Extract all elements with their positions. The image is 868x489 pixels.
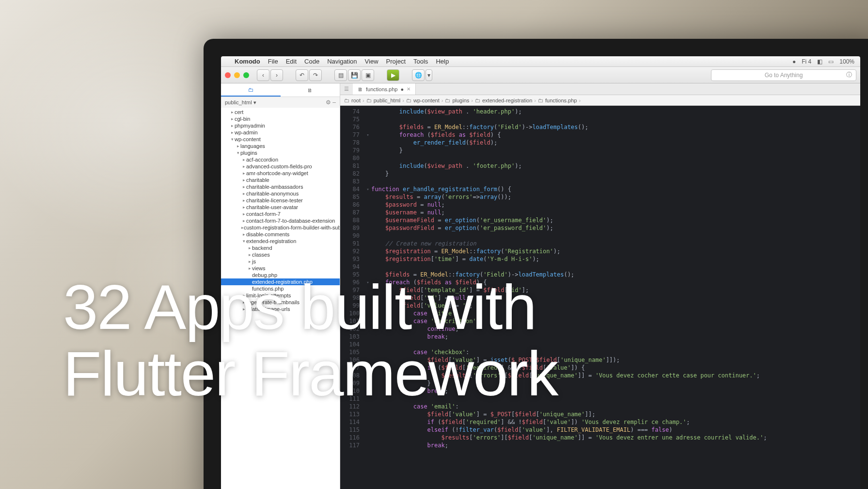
tree-arrow-icon[interactable]: ▸ (241, 164, 246, 169)
tree-item[interactable]: ▸wp-admin (221, 129, 340, 136)
tree-arrow-icon[interactable]: ▸ (236, 144, 240, 148)
fold-icon[interactable]: ▾ (364, 131, 371, 139)
code-line[interactable]: 87 $username = null; (340, 209, 860, 216)
menu-project[interactable]: Project (386, 58, 406, 65)
code-line[interactable]: 81 include($view_path . 'footer.php'); (340, 162, 860, 170)
tree-arrow-icon[interactable]: ▸ (241, 232, 246, 237)
app-name[interactable]: Komodo (235, 58, 260, 65)
tree-arrow-icon[interactable]: ▸ (241, 178, 246, 182)
code-line[interactable]: 82 } (340, 170, 860, 178)
tree-arrow-icon[interactable]: ▸ (241, 157, 246, 162)
menu-navigation[interactable]: Navigation (327, 58, 357, 65)
tree-item[interactable]: ▾wp-content (221, 136, 340, 143)
menu-edit[interactable]: Edit (286, 58, 297, 65)
sidebar-root-header[interactable]: public_html ▾ ⚙ – (221, 97, 340, 108)
collapse-icon[interactable]: – (332, 99, 336, 106)
code-line[interactable]: 86 $password = null; (340, 201, 860, 209)
code-line[interactable]: 89 $passwordField = er_option('er_passwo… (340, 224, 860, 232)
menu-view[interactable]: View (365, 58, 379, 65)
close-window-button[interactable] (225, 72, 231, 78)
tree-item[interactable]: ▸languages (221, 143, 340, 149)
info-icon[interactable]: ⓘ (846, 71, 852, 79)
tree-item[interactable]: ▸cert (221, 109, 340, 115)
code-line[interactable]: 77▾ foreach ($fields as $field) { (340, 131, 860, 139)
tree-item[interactable]: ▸views (221, 265, 340, 272)
save-button[interactable]: 💾 (348, 69, 361, 81)
tree-arrow-icon[interactable]: ▸ (241, 205, 246, 210)
minimize-window-button[interactable] (234, 72, 240, 78)
tree-item[interactable]: ▾plugins (221, 149, 340, 156)
code-line[interactable]: 75 (340, 115, 860, 123)
tree-arrow-icon[interactable]: ▸ (241, 171, 246, 176)
tree-item[interactable]: ▸custom-registration-form-builder-with-s… (221, 224, 340, 231)
code-line[interactable]: 78 er_render_field($field); (340, 139, 860, 147)
tree-item[interactable]: ▸phpmyadmin (221, 122, 340, 129)
browser-preview-button[interactable]: 🌐 (412, 69, 425, 81)
nav-forward-button[interactable]: › (270, 69, 283, 81)
tree-arrow-icon[interactable]: ▾ (241, 239, 246, 244)
tree-arrow-icon[interactable]: ▸ (247, 252, 252, 257)
code-line[interactable]: 113 $field['value'] = $_POST[$field['uni… (340, 410, 860, 418)
display-icon[interactable]: ◧ (817, 58, 822, 65)
code-line[interactable]: 115 elseif (!filter_var($field['value'],… (340, 426, 860, 434)
sidebar-tab-open[interactable]: 🗎 (281, 83, 340, 97)
code-line[interactable]: 74 include($view_path . 'header.php'); (340, 108, 860, 115)
new-file-button[interactable]: ▤ (334, 69, 347, 81)
tree-arrow-icon[interactable]: ▾ (236, 150, 240, 155)
breadcrumb-segment[interactable]: 🗀 extended-registration › (475, 98, 536, 103)
redo-button[interactable]: ↷ (309, 69, 322, 81)
breadcrumb-segment[interactable]: 🗀 wp-content › (406, 98, 443, 103)
tree-arrow-icon[interactable]: ▸ (241, 191, 246, 196)
fold-icon[interactable]: ▾ (364, 185, 371, 193)
breadcrumb-segment[interactable]: 🗀 functions.php › (538, 98, 581, 103)
tree-arrow-icon[interactable]: ▸ (247, 259, 252, 264)
tab-list-icon[interactable]: ☰ (340, 86, 353, 92)
code-line[interactable]: 93 $registration['time'] = date('Y-m-d H… (340, 255, 860, 263)
run-button[interactable]: ▶ (387, 69, 399, 81)
menu-tools[interactable]: Tools (413, 58, 428, 65)
tree-arrow-icon[interactable]: ▸ (247, 245, 252, 250)
tree-item[interactable]: ▸advanced-custom-fields-pro (221, 163, 340, 170)
browser-preview-dropdown[interactable]: ▾ (426, 69, 432, 81)
tree-item[interactable]: ▸classes (221, 251, 340, 258)
code-line[interactable]: 94 (340, 263, 860, 271)
close-tab-button[interactable]: ✕ (407, 86, 410, 92)
code-line[interactable]: 117 break; (340, 441, 860, 449)
status-icon[interactable]: ● (792, 58, 796, 65)
code-line[interactable]: 88 $usernameField = er_option('er_userna… (340, 216, 860, 224)
code-line[interactable]: 80 (340, 154, 860, 162)
tree-item[interactable]: ▸acf-accordion (221, 156, 340, 163)
tree-arrow-icon[interactable]: ▸ (230, 130, 235, 135)
battery-icon[interactable]: ▭ (828, 58, 834, 65)
breadcrumb-segment[interactable]: 🗀 plugins › (445, 98, 473, 103)
wifi-status[interactable]: Fi 4 (802, 58, 811, 65)
tree-arrow-icon[interactable]: ▸ (241, 212, 246, 216)
tree-arrow-icon[interactable]: ▸ (241, 184, 246, 189)
code-line[interactable]: 85 $results = array('errors'=>array()); (340, 193, 860, 201)
breadcrumb-segment[interactable]: 🗀 public_html › (366, 98, 404, 103)
nav-back-button[interactable]: ‹ (257, 69, 269, 81)
tree-item[interactable]: ▸contact-form-7-to-database-extension (221, 217, 340, 224)
code-line[interactable]: 114 if ($field['required'] && !$field['v… (340, 418, 860, 426)
save-all-button[interactable]: ▣ (362, 69, 374, 81)
tree-item[interactable]: ▸js (221, 258, 340, 265)
code-line[interactable]: 84▾function er_handle_registration_form(… (340, 185, 860, 193)
tree-item[interactable]: ▸disable-comments (221, 231, 340, 238)
code-line[interactable]: 92 $registration = ER_Model::factory('Re… (340, 247, 860, 255)
tree-item[interactable]: ▸charitable-user-avatar (221, 204, 340, 211)
code-line[interactable]: 83 (340, 178, 860, 185)
tree-item[interactable]: ▸charitable-license-tester (221, 197, 340, 204)
tree-item[interactable]: ▸backend (221, 244, 340, 251)
undo-button[interactable]: ↶ (296, 69, 308, 81)
tree-item[interactable]: ▸amr-shortcode-any-widget (221, 170, 340, 177)
breadcrumb-segment[interactable]: 🗀 root › (344, 98, 364, 103)
tree-arrow-icon[interactable]: ▸ (241, 198, 246, 203)
menu-help[interactable]: Help (436, 58, 449, 65)
code-line[interactable]: 91 // Create new registration (340, 240, 860, 247)
code-line[interactable]: 90 (340, 232, 860, 240)
tree-item[interactable]: ▸charitable (221, 177, 340, 183)
maximize-window-button[interactable] (243, 72, 249, 78)
tree-item[interactable]: ▸contact-form-7 (221, 211, 340, 217)
tree-arrow-icon[interactable]: ▸ (230, 116, 235, 121)
tree-arrow-icon[interactable]: ▸ (241, 218, 246, 223)
